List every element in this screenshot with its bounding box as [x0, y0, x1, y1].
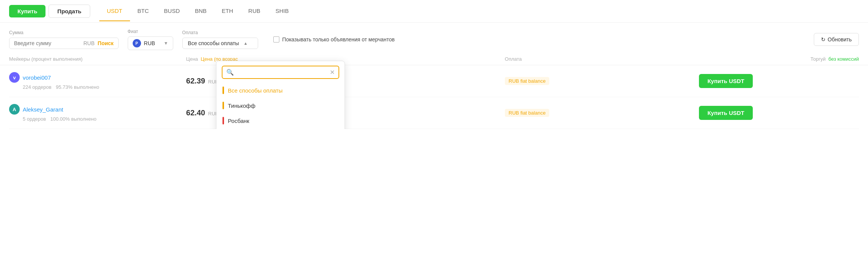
fiat-group: Фиат P RUB ▼	[128, 29, 173, 50]
payment-label: Оплата	[182, 30, 258, 35]
dropdown-search-input[interactable]	[237, 69, 327, 76]
pay-tag-1: RUB fiat balance	[505, 77, 550, 85]
fiat-value: RUB	[144, 40, 155, 46]
refresh-button[interactable]: ↻ Обновить	[814, 33, 859, 46]
avatar-1: v	[9, 72, 20, 83]
tab-eth[interactable]: ETH	[214, 1, 241, 21]
table-body: v vorobei007 224 ордеров 95.73% выполнен…	[0, 65, 868, 129]
action-2: Купить USDT	[647, 106, 753, 120]
col-header-trade: Торгуй без комиссий	[753, 56, 859, 62]
payment-selector[interactable]: Все способы оплаты ▲	[182, 38, 258, 49]
avail-1: 0.00	[328, 79, 505, 85]
dropdown-item-rosbank[interactable]: Росбанк	[216, 113, 345, 128]
dropdown-item-qiwi[interactable]: QIWI	[216, 128, 345, 129]
merchant-checkbox[interactable]	[273, 36, 279, 42]
limits-2: 4.85	[328, 109, 505, 116]
maker-name-wrap-1: v vorobei007	[9, 72, 186, 83]
pay-tag-2: RUB fiat balance	[505, 109, 550, 117]
maker-stats-2: 5 ордеров 100.00% выполнено	[23, 116, 186, 122]
table-header: Мейкеры (процент выполнения) Цена Цена (…	[0, 53, 868, 65]
merchant-label: Показывать только объявления от мерчанто…	[282, 36, 395, 42]
maker-name-1[interactable]: vorobei007	[23, 74, 51, 81]
avail-2: 4.85	[328, 111, 505, 116]
amount-input[interactable]	[14, 40, 80, 46]
maker-info-2: A Aleksey_Garant 5 ордеров 100.00% выпол…	[9, 104, 186, 122]
merchant-wrap: Показывать только объявления от мерчанто…	[273, 36, 395, 42]
completion-1: 95.73% выполнено	[56, 84, 99, 90]
dropdown-search-wrap: 🔍 ✕	[216, 66, 345, 83]
col-header-maker: Мейкеры (процент выполнения)	[9, 56, 186, 62]
price-main-1: 62.39	[186, 77, 205, 85]
dropdown-item-rosbank-label: Росбанк	[228, 118, 249, 124]
amount-input-wrap: RUB Поиск	[9, 38, 119, 49]
orders-count-2: 5 ордеров	[23, 116, 46, 122]
fiat-selector[interactable]: P RUB ▼	[128, 36, 173, 50]
tab-bnb[interactable]: BNB	[187, 1, 214, 21]
payment-group: Оплата Все способы оплаты ▲	[182, 30, 258, 49]
no-fee-label: без комиссий	[828, 56, 859, 62]
dropdown-item-tinkoff[interactable]: Тинькофф	[216, 98, 345, 113]
buy-button-2[interactable]: Купить USDT	[699, 106, 752, 120]
maker-name-wrap-2: A Aleksey_Garant	[9, 104, 186, 115]
tab-busd[interactable]: BUSD	[157, 1, 188, 21]
trade-label: Торгуй	[810, 56, 826, 62]
sell-button[interactable]: Продать	[49, 5, 90, 18]
col-header-payment: Оплата	[505, 56, 647, 62]
completion-2: 100.00% выполнено	[50, 116, 97, 122]
amount-label: Сумма	[9, 30, 119, 35]
limits-1: 0.00	[328, 77, 505, 85]
fiat-icon: P	[133, 39, 141, 47]
refresh-label: Обновить	[828, 36, 852, 42]
tab-btc[interactable]: BTC	[130, 1, 157, 21]
payment-arrow-icon: ▲	[243, 41, 248, 46]
rosbank-color-bar	[222, 117, 224, 124]
top-nav: Купить Продать USDT BTC BUSD BNB ETH RUB…	[0, 0, 868, 23]
maker-name-2[interactable]: Aleksey_Garant	[23, 106, 63, 113]
dropdown-item-all[interactable]: Все способы оплаты	[216, 83, 345, 98]
amount-currency: RUB	[83, 40, 95, 46]
dropdown-clear-icon[interactable]: ✕	[330, 69, 335, 76]
maker-stats-1: 224 ордеров 95.73% выполнено	[23, 84, 186, 90]
fiat-dropdown-icon: ▼	[164, 41, 168, 46]
tab-usdt[interactable]: USDT	[99, 1, 130, 21]
buy-button[interactable]: Купить	[9, 5, 45, 17]
payment-val-2: RUB fiat balance	[505, 109, 647, 117]
all-color-bar	[222, 87, 224, 94]
search-button[interactable]: Поиск	[98, 40, 114, 46]
table-row: v vorobei007 224 ордеров 95.73% выполнен…	[9, 65, 859, 97]
filters-row: Сумма RUB Поиск Фиат P RUB ▼ Оплата Все …	[0, 23, 868, 53]
action-1: Купить USDT	[647, 74, 753, 88]
tab-rub[interactable]: RUB	[241, 1, 268, 21]
payment-val-1: RUB fiat balance	[505, 77, 647, 85]
avatar-2: A	[9, 104, 20, 115]
price-main-2: 62.40	[186, 109, 205, 117]
dropdown-item-all-label: Все способы оплаты	[228, 87, 282, 94]
payment-dropdown: 🔍 ✕ Все способы оплаты Тинькофф Росбанк …	[216, 61, 345, 129]
table-row: A Aleksey_Garant 5 ордеров 100.00% выпол…	[9, 97, 859, 129]
tab-shib[interactable]: SHIB	[268, 1, 296, 21]
maker-info-1: v vorobei007 224 ордеров 95.73% выполнен…	[9, 72, 186, 90]
tinkoff-color-bar	[222, 102, 224, 109]
coin-tabs: USDT BTC BUSD BNB ETH RUB SHIB	[99, 1, 296, 21]
dropdown-search-icon: 🔍	[226, 69, 234, 76]
dropdown-search-inner: 🔍 ✕	[222, 66, 339, 79]
amount-group: Сумма RUB Поиск	[9, 30, 119, 49]
orders-count-1: 224 ордеров	[23, 84, 52, 90]
refresh-icon: ↻	[821, 36, 826, 42]
price-label: Цена	[186, 56, 198, 62]
dropdown-item-tinkoff-label: Тинькофф	[228, 102, 255, 109]
buy-button-1[interactable]: Купить USDT	[699, 74, 752, 88]
payment-value: Все способы оплаты	[188, 40, 239, 46]
fiat-label: Фиат	[128, 29, 173, 34]
